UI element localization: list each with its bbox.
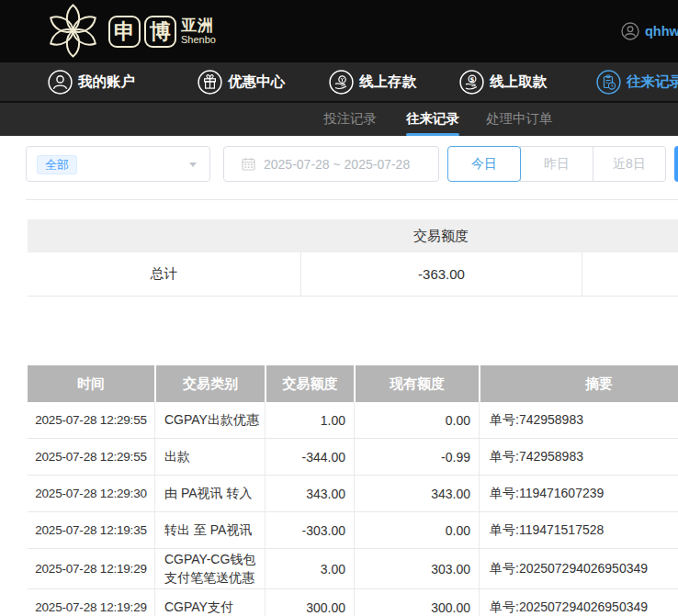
col-header-amount: 交易额度 <box>265 365 354 402</box>
tab-betting-records[interactable]: 投注记录 <box>323 103 377 136</box>
calendar-icon <box>242 157 255 171</box>
gift-icon <box>198 70 222 95</box>
yesterday-button[interactable]: 昨日 <box>520 146 593 182</box>
col-header-balance: 现有额度 <box>354 365 479 402</box>
table-cell: CGPAY出款优惠 <box>154 402 265 438</box>
transactions-table: 时间 交易类别 交易额度 现有额度 摘要 2025-07-28 12:29:55… <box>28 365 678 616</box>
table-cell: 0.00 <box>354 512 479 548</box>
withdraw-icon: $ <box>459 70 484 95</box>
table-cell: 单号:742958983 <box>479 402 678 438</box>
table-cell: -344.00 <box>265 439 354 475</box>
table-cell: 出款 <box>154 439 265 475</box>
user-icon <box>48 70 73 95</box>
flower-logo-icon <box>44 2 102 60</box>
username[interactable]: qhhw <box>645 24 678 39</box>
summary-amount-header: 交易额度 <box>300 228 582 245</box>
table-cell: -303.00 <box>265 512 354 548</box>
deposit-icon <box>329 70 354 95</box>
avatar-icon <box>621 22 639 40</box>
table-cell: 2025-07-28 12:29:55 <box>28 439 154 475</box>
table-row: 2025-07-28 12:19:29CGPAY-CG钱包支付笔笔送优惠3.00… <box>28 549 678 589</box>
table-row: 2025-07-28 12:29:30由 PA视讯 转入343.00343.00… <box>28 476 678 512</box>
nav-item-records[interactable]: 往来记录 <box>596 62 678 101</box>
table-row: 2025-07-28 12:19:35转出 至 PA视讯-303.000.00单… <box>28 512 678 549</box>
table-header-row: 时间 交易类别 交易额度 现有额度 摘要 <box>28 365 678 402</box>
table-cell: 2025-07-28 12:29:30 <box>28 476 154 511</box>
table-cell: 单号:119471607239 <box>479 476 678 511</box>
table-cell: 343.00 <box>354 476 479 511</box>
table-cell: 2025-07-28 12:19:29 <box>28 549 154 588</box>
brand-logo[interactable]: 申 博 亚洲 Shenbo <box>44 0 216 60</box>
brand-char-1: 申 <box>108 16 141 48</box>
table-cell: 343.00 <box>265 476 354 511</box>
type-filter-select[interactable]: 全部 <box>26 146 210 182</box>
table-cell: 300.00 <box>354 589 479 616</box>
tab-processing-orders[interactable]: 处理中订单 <box>486 103 553 136</box>
table-cell: 2025-07-28 12:19:29 <box>28 589 154 616</box>
table-cell: 转出 至 PA视讯 <box>154 512 265 548</box>
nav-item-withdraw[interactable]: $ 线上取款 <box>459 62 547 101</box>
search-button[interactable] <box>674 146 678 182</box>
table-cell: CGPAY支付 <box>154 589 265 616</box>
summary-total-label: 总计 <box>28 265 300 283</box>
summary-table: 交易额度 总计 -363.00 <box>28 219 678 297</box>
date-range-input[interactable]: 2025-07-28 ~ 2025-07-28 <box>223 146 439 182</box>
table-row: 2025-07-28 12:29:55CGPAY出款优惠1.000.00单号:7… <box>28 402 678 439</box>
svg-text:$: $ <box>470 75 475 83</box>
nav-item-promotions[interactable]: 优惠中心 <box>198 62 285 101</box>
top-bar: 申 博 亚洲 Shenbo qhhw <box>0 0 678 62</box>
nav-item-my-account[interactable]: 我的账户 <box>48 62 135 101</box>
col-header-memo: 摘要 <box>479 365 678 402</box>
summary-total-value: -363.00 <box>300 252 582 297</box>
today-button[interactable]: 今日 <box>447 146 521 182</box>
col-header-type: 交易类别 <box>154 365 265 402</box>
main-nav: 我的账户 优惠中心 线上存款 $ 线上取款 <box>0 62 678 101</box>
table-cell: 3.00 <box>265 549 354 588</box>
divider <box>26 199 678 200</box>
brand-char-2: 博 <box>144 16 176 48</box>
col-header-time: 时间 <box>28 365 154 402</box>
table-cell: 单号:202507294026950349 <box>479 549 678 588</box>
type-filter-chip[interactable]: 全部 <box>37 155 77 174</box>
table-cell: 单号:202507294026950349 <box>479 589 678 616</box>
summary-header-row: 交易额度 <box>28 219 678 252</box>
table-cell: 2025-07-28 12:19:35 <box>28 512 154 548</box>
summary-total-row: 总计 -363.00 <box>28 252 678 297</box>
records-icon <box>596 70 621 95</box>
tab-transaction-records[interactable]: 往来记录 <box>406 103 459 136</box>
sub-nav: 投注记录 往来记录 处理中订单 <box>0 101 678 136</box>
table-row: 2025-07-28 12:19:29CGPAY支付300.00300.00单号… <box>28 589 678 616</box>
table-cell: 300.00 <box>265 589 354 616</box>
table-cell: 单号:742958983 <box>479 439 678 475</box>
table-cell: 0.00 <box>354 402 479 438</box>
table-cell: 303.00 <box>354 549 479 588</box>
table-cell: 1.00 <box>265 402 354 438</box>
table-cell: CGPAY-CG钱包支付笔笔送优惠 <box>154 549 265 588</box>
brand-region: 亚洲 <box>181 17 216 33</box>
table-cell: -0.99 <box>354 439 479 475</box>
date-range-value[interactable]: 2025-07-28 ~ 2025-07-28 <box>264 157 410 172</box>
user-account[interactable]: qhhw <box>621 22 678 40</box>
table-cell: 由 PA视讯 转入 <box>154 476 265 511</box>
chevron-down-icon <box>189 162 197 167</box>
quick-date-buttons: 今日 昨日 近8日 <box>447 146 666 182</box>
table-cell: 单号:119471517528 <box>479 512 678 548</box>
table-row: 2025-07-28 12:29:55出款-344.00-0.99单号:7429… <box>28 439 678 476</box>
nav-item-deposit[interactable]: 线上存款 <box>329 62 416 101</box>
content: 全部 2025-07-28 ~ 2025-07-28 今日 昨日 近8日 交易额… <box>0 136 678 616</box>
last-8-days-button[interactable]: 近8日 <box>593 146 666 182</box>
brand-region-en: Shenbo <box>181 35 216 45</box>
table-cell: 2025-07-28 12:29:55 <box>28 402 154 438</box>
